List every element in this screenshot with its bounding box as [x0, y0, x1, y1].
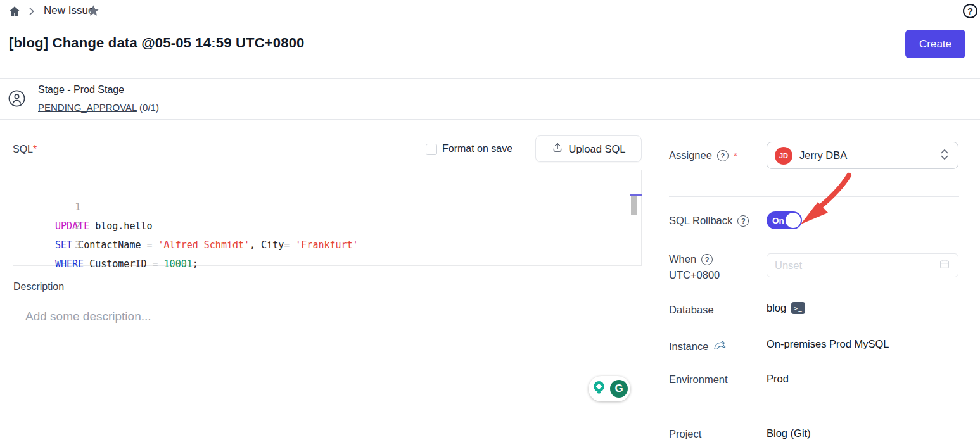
divider — [659, 119, 659, 447]
terminal-icon[interactable]: >_ — [791, 302, 805, 314]
grammarly-logo-icon[interactable]: G — [610, 380, 628, 398]
mysql-dolphin-icon — [713, 339, 727, 354]
project-label: Project — [669, 428, 701, 440]
chevron-up-down-icon — [939, 148, 950, 163]
upload-icon — [552, 142, 563, 156]
assignee-select[interactable]: JD Jerry DBA — [767, 142, 958, 169]
database-value: blog — [767, 302, 786, 314]
instance-value: On-premises Prod MySQL — [767, 338, 889, 350]
divider — [0, 78, 980, 79]
star-icon[interactable] — [87, 4, 100, 20]
calendar-icon — [939, 258, 950, 272]
rollback-help-icon[interactable]: ? — [737, 215, 749, 227]
help-icon[interactable]: ? — [963, 4, 977, 18]
new-issue-page: New Issue ? [blog] Change data @05-05 14… — [0, 0, 980, 447]
user-circle-icon — [8, 89, 26, 110]
code-line: 3 WHERE CustomerID = 10001; — [13, 217, 641, 236]
grammarly-widget[interactable]: G — [589, 376, 630, 401]
code-line: 2 SET ContactName = 'Alfred Schmidt', Ci… — [13, 198, 641, 217]
assignee-avatar: JD — [775, 147, 792, 165]
when-label-row: When ? — [669, 253, 713, 265]
database-label: Database — [669, 304, 714, 316]
stage-status-count: (0/1) — [137, 102, 159, 113]
description-textarea[interactable]: Add some description... — [25, 310, 151, 324]
chevron-right-icon — [27, 7, 36, 18]
scrollbar-thumb[interactable] — [631, 196, 637, 215]
when-placeholder: Unset — [775, 260, 939, 272]
editor-scrollbar[interactable] — [630, 170, 641, 265]
assignee-label-row: Assignee ? * — [669, 149, 737, 161]
environment-label: Environment — [669, 374, 728, 386]
database-value-row: blog >_ — [767, 302, 805, 314]
page-scrollbar[interactable] — [976, 63, 976, 447]
code-line: 1 UPDATE blog.hello — [13, 179, 641, 198]
stage-link[interactable]: Stage - Prod Stage — [38, 84, 124, 96]
create-button[interactable]: Create — [905, 30, 965, 58]
environment-value: Prod — [767, 373, 789, 385]
upload-sql-label: Upload SQL — [569, 143, 626, 155]
project-value: Blog (Git) — [767, 427, 811, 439]
required-marker: * — [734, 150, 737, 161]
page-title: [blog] Change data @05-05 14:59 UTC+0800 — [9, 35, 305, 51]
format-on-save-label: Format on save — [442, 143, 512, 154]
sql-label: SQL* — [13, 144, 37, 155]
stage-status[interactable]: PENDING_APPROVAL (0/1) — [38, 102, 159, 113]
format-on-save-checkbox[interactable] — [426, 144, 437, 155]
divider — [0, 119, 980, 120]
when-help-icon[interactable]: ? — [701, 254, 713, 265]
line-number: 3 — [48, 236, 80, 255]
assignee-value: Jerry DBA — [799, 149, 932, 161]
annotation-arrow — [792, 172, 855, 230]
description-label: Description — [13, 281, 64, 293]
divider — [669, 405, 959, 405]
required-marker: * — [33, 144, 37, 154]
upload-sql-button[interactable]: Upload SQL — [535, 135, 642, 162]
suggestion-bulb-icon[interactable] — [591, 380, 607, 398]
assignee-help-icon[interactable]: ? — [717, 150, 729, 161]
sql-editor[interactable]: 1 UPDATE blog.hello 2 SET ContactName = … — [13, 170, 642, 266]
stage-status-link[interactable]: PENDING_APPROVAL — [38, 102, 137, 113]
home-icon[interactable] — [8, 5, 21, 20]
when-datetime-input[interactable]: Unset — [767, 253, 958, 277]
when-timezone: UTC+0800 — [669, 269, 720, 281]
instance-label-row: Instance — [669, 339, 727, 354]
toggle-state-label: On — [772, 216, 784, 225]
rollback-label-row: SQL Rollback ? — [669, 215, 749, 227]
